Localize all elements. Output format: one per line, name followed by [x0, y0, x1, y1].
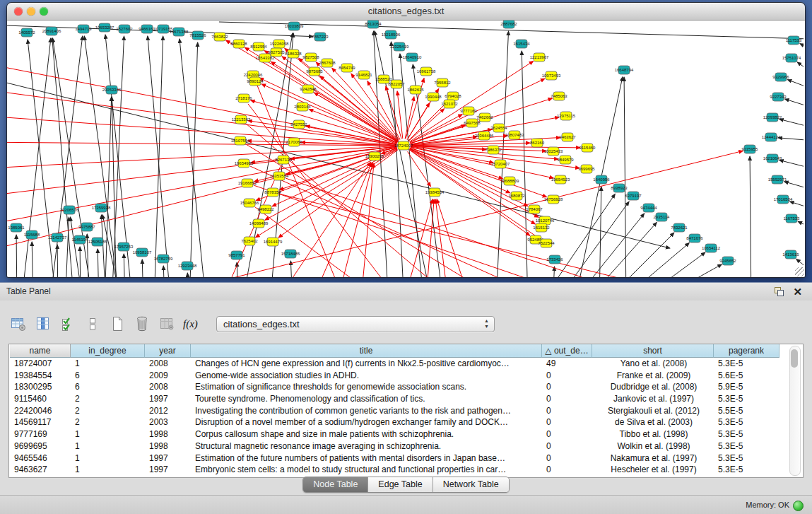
- float-panel-icon[interactable]: [775, 287, 784, 296]
- graph-canvas[interactable]: 1405572208914061494719106532871527602946…: [7, 21, 805, 277]
- table-settings-icon[interactable]: [10, 315, 27, 332]
- minimize-window-button[interactable]: [27, 7, 35, 16]
- column-visibility-icon[interactable]: [35, 315, 52, 332]
- close-panel-icon[interactable]: ✕: [793, 285, 802, 298]
- table-cell[interactable]: Nakamura et al. (1997): [592, 452, 714, 465]
- table-cell[interactable]: 5.3E-5: [714, 464, 779, 476]
- table-cell[interactable]: Estimation of the future numbers of pati…: [191, 452, 542, 465]
- column-header-year[interactable]: year: [145, 344, 191, 358]
- column-header-out_de[interactable]: △ out_de…: [542, 344, 592, 358]
- table-cell[interactable]: 0: [542, 440, 592, 452]
- table-row[interactable]: 1456911722003Disruption of a novel membe…: [10, 416, 779, 428]
- table-cell[interactable]: Corpus callosum shape and size in male p…: [191, 428, 542, 440]
- column-header-short[interactable]: short: [592, 344, 714, 358]
- table-cell[interactable]: Embryonic stem cells: a model to study s…: [191, 464, 542, 476]
- table-cell[interactable]: 0: [542, 428, 592, 440]
- table-cell[interactable]: Tourette syndrome. Phenomenology and cla…: [191, 393, 542, 405]
- table-cell[interactable]: 1998: [145, 440, 191, 452]
- table-cell[interactable]: 0: [542, 393, 592, 405]
- tab-node-table[interactable]: Node Table: [303, 477, 368, 492]
- table-cell[interactable]: Dudbridge et al. (2008): [592, 381, 714, 393]
- table-cell[interactable]: 9699695: [10, 440, 71, 452]
- table-cell[interactable]: 5.3E-5: [714, 393, 779, 405]
- table-cell[interactable]: 2008: [145, 358, 191, 370]
- select-all-icon[interactable]: [59, 315, 76, 332]
- table-cell[interactable]: Jankovic et al. (1997): [592, 393, 714, 405]
- table-cell[interactable]: Stergiakouli et al. (2012): [592, 405, 714, 417]
- table-cell[interactable]: 6: [71, 370, 145, 382]
- table-cell[interactable]: 1997: [145, 393, 191, 405]
- table-cell[interactable]: 5.3E-5: [714, 428, 779, 440]
- table-cell[interactable]: 1998: [145, 428, 191, 440]
- table-cell[interactable]: 2: [71, 416, 145, 428]
- table-cell[interactable]: Franke et al. (2009): [592, 370, 714, 382]
- column-header-in_degree[interactable]: in_degree: [71, 344, 145, 358]
- window-titlebar[interactable]: citations_edges.txt: [7, 3, 805, 21]
- table-cell[interactable]: Changes of HCN gene expression and I(f) …: [191, 358, 542, 370]
- table-cell[interactable]: 9463627: [10, 464, 71, 476]
- table-cell[interactable]: 0: [542, 381, 592, 393]
- table-cell[interactable]: 0: [542, 416, 592, 428]
- table-cell[interactable]: 1997: [145, 452, 191, 465]
- table-cell[interactable]: 5.5E-5: [714, 405, 779, 417]
- table-cell[interactable]: 1: [71, 452, 145, 465]
- table-row[interactable]: 969969511998Structural magnetic resonanc…: [10, 440, 779, 452]
- table-cell[interactable]: 2: [71, 405, 145, 417]
- table-cell[interactable]: 0: [542, 452, 592, 465]
- table-cell[interactable]: Investigating the contribution of common…: [191, 405, 542, 417]
- table-cell[interactable]: 0: [542, 405, 592, 417]
- table-cell[interactable]: 2009: [145, 370, 191, 382]
- deselect-all-icon[interactable]: [84, 315, 101, 332]
- table-row[interactable]: 2242004622012Investigating the contribut…: [10, 405, 779, 417]
- table-cell[interactable]: Yano et al. (2008): [592, 358, 714, 370]
- graph-svg[interactable]: 1405572208914061494719106532871527602946…: [7, 21, 804, 277]
- column-header-title[interactable]: title: [191, 344, 542, 358]
- table-cell[interactable]: 9115460: [10, 393, 71, 405]
- table-row[interactable]: 946362711997Embryonic stem cells: a mode…: [10, 464, 779, 476]
- table-cell[interactable]: 6: [71, 381, 145, 393]
- table-cell[interactable]: Structural magnetic resonance image aver…: [191, 440, 542, 452]
- table-cell[interactable]: 2003: [145, 416, 191, 428]
- table-cell[interactable]: Disruption of a novel member of a sodium…: [191, 416, 542, 428]
- table-cell[interactable]: 18724007: [10, 358, 71, 370]
- table-cell[interactable]: 1: [71, 428, 145, 440]
- table-cell[interactable]: 9777169: [10, 428, 71, 440]
- table-cell[interactable]: Wolkin et al. (1998): [592, 440, 714, 452]
- table-row[interactable]: 977716911998Corpus callosum shape and si…: [10, 428, 779, 440]
- close-window-button[interactable]: [14, 7, 23, 16]
- table-cell[interactable]: Hescheler et al. (1997): [592, 464, 714, 476]
- table-select-dropdown[interactable]: citations_edges.txt ▲▼: [216, 316, 495, 332]
- table-cell[interactable]: 2012: [145, 405, 191, 417]
- table-cell[interactable]: 1: [71, 358, 145, 370]
- table-cell[interactable]: 22420046: [10, 405, 71, 417]
- table-cell[interactable]: 14569117: [10, 416, 71, 428]
- table-cell[interactable]: 18300295: [10, 381, 71, 393]
- table-cell[interactable]: 2008: [145, 381, 191, 393]
- table-cell[interactable]: Tibbo et al. (1998): [592, 428, 714, 440]
- table-cell[interactable]: Genome-wide association studies in ADHD.: [191, 370, 542, 382]
- table-cell[interactable]: 5.3E-5: [714, 416, 779, 428]
- table-cell[interactable]: 9465546: [10, 452, 71, 465]
- tab-edge-table[interactable]: Edge Table: [368, 477, 433, 492]
- new-table-icon[interactable]: [109, 315, 126, 332]
- function-builder-icon[interactable]: f(x): [183, 315, 200, 332]
- tab-network-table[interactable]: Network Table: [433, 477, 509, 492]
- table-cell[interactable]: 5.6E-5: [714, 370, 779, 382]
- table-cell[interactable]: 0: [542, 370, 592, 382]
- table-cell[interactable]: Estimation of significance thresholds fo…: [191, 381, 542, 393]
- table-cell[interactable]: 19384554: [10, 370, 71, 382]
- table-cell[interactable]: 2: [71, 393, 145, 405]
- table-cell[interactable]: 1: [71, 464, 145, 476]
- table-cell[interactable]: de Silva et al. (2003): [592, 416, 714, 428]
- table-cell[interactable]: 5.3E-5: [714, 452, 779, 465]
- table-cell[interactable]: 1997: [145, 464, 191, 476]
- table-row[interactable]: 1830029562008Estimation of significance …: [10, 381, 779, 393]
- table-cell[interactable]: 5.9E-5: [714, 381, 779, 393]
- table-cell[interactable]: 5.3E-5: [714, 440, 779, 452]
- table-cell[interactable]: 49: [542, 358, 592, 370]
- resize-grip[interactable]: [795, 267, 804, 276]
- column-header-pagerank[interactable]: pagerank: [714, 344, 779, 358]
- scrollbar-thumb[interactable]: [791, 349, 798, 368]
- table-cell[interactable]: 5.3E-5: [714, 358, 779, 370]
- table-row[interactable]: 946554611997Estimation of the future num…: [10, 452, 779, 465]
